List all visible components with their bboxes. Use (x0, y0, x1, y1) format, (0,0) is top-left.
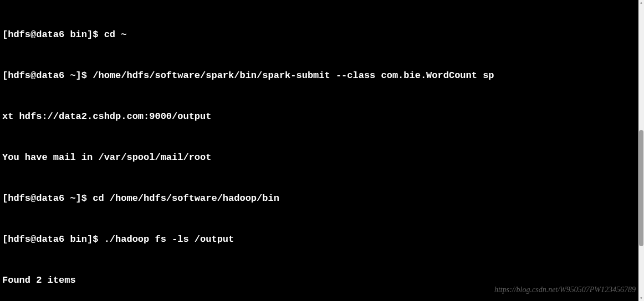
scrollbar-thumb[interactable] (639, 130, 643, 246)
watermark-text: https://blog.csdn.net/W950507PW123456789 (494, 284, 636, 295)
scrollbar-track[interactable]: ▴ ▾ (638, 0, 644, 301)
terminal-line: [hdfs@data6 ~]$ cd /home/hdfs/software/h… (2, 192, 636, 206)
terminal-line: [hdfs@data6 bin]$ cd ~ (2, 28, 636, 42)
scrollbar-up-arrow-icon[interactable]: ▴ (638, 0, 644, 6)
terminal-line: [hdfs@data6 bin]$ ./hadoop fs -ls /outpu… (2, 233, 636, 247)
terminal-line: You have mail in /var/spool/mail/root (2, 151, 636, 165)
terminal-window[interactable]: [hdfs@data6 bin]$ cd ~ [hdfs@data6 ~]$ /… (0, 0, 638, 301)
terminal-line: xt hdfs://data2.cshdp.com:9000/output (2, 110, 636, 124)
terminal-line: [hdfs@data6 ~]$ /home/hdfs/software/spar… (2, 69, 636, 83)
scrollbar-down-arrow-icon[interactable]: ▾ (638, 295, 644, 301)
